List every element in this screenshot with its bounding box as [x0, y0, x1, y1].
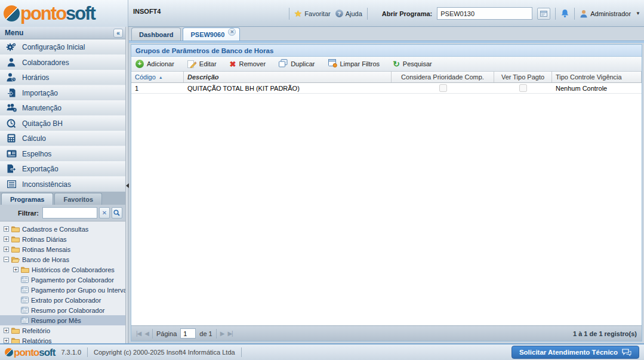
people-gear-icon	[6, 103, 17, 112]
sidebar-item-horarios[interactable]: Horários	[0, 70, 125, 85]
menu-title: Menu	[5, 29, 23, 37]
folder-icon	[11, 236, 20, 242]
sidebar-item-label: Exportação	[22, 165, 58, 173]
user-menu[interactable]: Administrador ▼	[580, 10, 640, 18]
separator	[216, 329, 217, 339]
folder-icon	[11, 327, 20, 334]
tab-psew9060[interactable]: PSEW9060 ✕	[183, 27, 240, 41]
next-page-button[interactable]: ▶	[220, 330, 224, 337]
help-icon: ?	[335, 10, 343, 17]
tree-node-pagamento-colaborador[interactable]: Pagamento por Colaborador	[0, 275, 125, 285]
expand-icon[interactable]: +	[4, 226, 9, 232]
duplicate-button[interactable]: Duplicar	[279, 59, 315, 69]
program-lookup-button[interactable]	[537, 8, 550, 20]
tab-programas[interactable]: Programas	[1, 193, 53, 205]
edit-icon	[187, 59, 196, 69]
folder-icon	[11, 337, 20, 343]
expand-icon[interactable]: +	[4, 328, 9, 333]
data-grid: Código ▲ Descrição Considera Prioridade …	[131, 72, 642, 341]
tree-node-extrato[interactable]: Extrato por Colaborador	[0, 295, 125, 305]
collapse-sidebar-button[interactable]: «	[113, 29, 123, 38]
column-header-codigo[interactable]: Código ▲	[131, 72, 184, 82]
sidebar-item-calculo[interactable]: Cálculo	[0, 131, 125, 146]
notifications-bell-icon[interactable]	[560, 9, 569, 19]
tree-node-resumo-mes[interactable]: Resumo por Mês	[0, 315, 125, 325]
sidebar-item-label: Manutenção	[22, 104, 61, 112]
column-header-descricao[interactable]: Descrição	[184, 72, 392, 82]
clear-filters-button[interactable]: Limpar Filtros	[328, 59, 380, 69]
main-area: Dashboard PSEW9060 ✕ Grupos de Parâmetro…	[129, 27, 644, 343]
tree-node-resumo-colaborador[interactable]: Resumo por Colaborador	[0, 305, 125, 315]
app-code-label: INSOFT4	[133, 8, 161, 15]
expand-icon[interactable]: +	[4, 247, 9, 252]
sidebar-item-inconsistencias[interactable]: Inconsistências	[0, 177, 125, 192]
user-name-label: Administrador	[590, 10, 631, 17]
tab-favoritos[interactable]: Favoritos	[54, 193, 102, 205]
id-card-icon	[6, 150, 17, 158]
open-program-input[interactable]	[437, 7, 532, 20]
filter-input[interactable]	[42, 207, 97, 219]
search-icon[interactable]	[112, 207, 122, 219]
logo-globe-icon	[5, 348, 13, 356]
panel-header: Grupos de Parâmetros de Banco de Horas	[131, 45, 642, 57]
tab-dashboard[interactable]: Dashboard	[131, 27, 181, 41]
separator	[241, 347, 242, 357]
pager-bar: |◀ ◀ Página de 1 ▶ ▶| 1 à 1 de 1 registr…	[131, 325, 642, 341]
add-button[interactable]: + Adicionar	[135, 60, 174, 68]
program-icon	[21, 276, 29, 283]
sidebar-item-manutencao[interactable]: Manutenção	[0, 100, 125, 115]
import-icon	[6, 88, 17, 97]
remove-button[interactable]: ✖ Remover	[230, 60, 266, 69]
program-icon	[21, 307, 29, 313]
favorite-button[interactable]: ★ Favoritar	[294, 8, 331, 19]
tabstrip-accent-bar	[129, 41, 644, 43]
filter-label: Filtrar:	[18, 210, 39, 217]
refresh-icon: ↻	[393, 60, 400, 67]
tree-node-banco-de-horas[interactable]: − Banco de Horas	[0, 254, 125, 264]
chat-icon	[622, 349, 631, 356]
table-row[interactable]: 1 QUITAÇÃO TOTAL BH (KIT PADRÃO) Nenhum …	[131, 83, 642, 94]
records-count-label: 1 à 1 de 1 registro(s)	[573, 330, 637, 337]
sidebar-item-espelhos[interactable]: Espelhos	[0, 146, 125, 161]
ver-tipo-pagto-checkbox	[519, 84, 527, 92]
close-icon[interactable]: ✕	[228, 28, 236, 36]
sidebar-item-colaboradores[interactable]: Colaboradores	[0, 55, 125, 70]
clock-icon	[6, 119, 17, 128]
support-button[interactable]: Solicitar Atendimento Técnico	[511, 346, 639, 359]
top-header: pontosoft INSOFT4 ★ Favoritar ? Ajuda Ab…	[0, 0, 644, 27]
first-page-button[interactable]: |◀	[136, 330, 141, 337]
list-icon	[6, 180, 17, 188]
search-button[interactable]: ↻ Pesquisar	[393, 60, 432, 67]
grid-empty-area	[131, 94, 642, 325]
cell-codigo: 1	[131, 83, 184, 93]
tree-node-pagamento-grupo[interactable]: Pagamento por Grupo ou Intervalo	[0, 285, 125, 295]
clear-filter-icon[interactable]: ✕	[99, 207, 110, 219]
tree-node-rotinas-mensais[interactable]: + Rotinas Mensais	[0, 244, 125, 254]
expand-icon[interactable]: +	[4, 236, 9, 242]
page-number-input[interactable]	[180, 328, 196, 339]
edit-button[interactable]: Editar	[187, 59, 217, 69]
tree-node-rotinas-diarias[interactable]: + Rotinas Diárias	[0, 234, 125, 244]
sidebar-item-exportacao[interactable]: Exportação	[0, 161, 125, 176]
column-header-ver-tipo-pagto[interactable]: Ver Tipo Pagto	[494, 72, 552, 82]
person-clock-icon	[6, 73, 17, 82]
sidebar-item-label: Espelhos	[22, 150, 51, 158]
last-page-button[interactable]: ▶|	[227, 330, 232, 337]
sidebar-item-configuracao-inicial[interactable]: Configuração Inicial	[0, 39, 125, 54]
sidebar-item-quitacao-bh[interactable]: Quitação BH	[0, 116, 125, 131]
prev-page-button[interactable]: ◀	[144, 330, 149, 337]
sidebar-item-label: Importação	[22, 89, 58, 97]
help-button[interactable]: ? Ajuda	[335, 10, 362, 17]
app-window: pontosoft INSOFT4 ★ Favoritar ? Ajuda Ab…	[0, 0, 644, 360]
sidebar-item-importacao[interactable]: Importação	[0, 85, 125, 100]
expand-icon[interactable]: +	[4, 338, 9, 343]
tree-node-refeitorio[interactable]: + Refeitório	[0, 325, 125, 336]
column-header-tipo-controle[interactable]: Tipo Controle Vigência	[552, 72, 642, 82]
page-of-label: de 1	[199, 330, 212, 337]
column-header-considera-prioridade[interactable]: Considera Prioridade Comp.	[392, 72, 494, 82]
collapse-icon[interactable]: −	[4, 257, 9, 262]
tree-node-relatorios[interactable]: + Relatórios	[0, 336, 125, 343]
tree-node-cadastros[interactable]: + Cadastros e Consultas	[0, 224, 125, 234]
tree-node-historicos[interactable]: + Históricos de Colaboradores	[0, 264, 125, 275]
expand-icon[interactable]: +	[13, 267, 19, 272]
